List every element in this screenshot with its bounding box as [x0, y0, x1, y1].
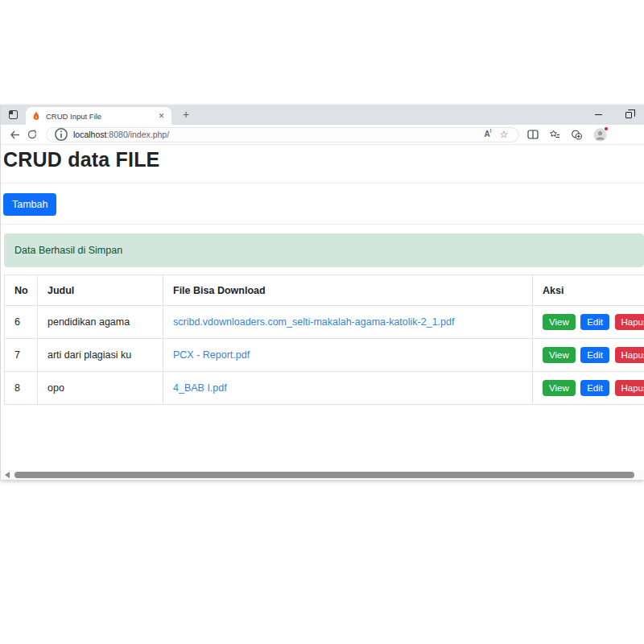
header-judul: Judul: [38, 275, 163, 306]
cell-judul: arti dari plagiasi ku: [38, 339, 163, 372]
add-favorite-button[interactable]: ☆: [496, 127, 512, 142]
tab-actions-icon: [9, 110, 18, 119]
minimize-icon: [595, 114, 602, 115]
browser-essentials-button[interactable]: [571, 130, 583, 140]
browser-essentials-icon: [571, 130, 583, 140]
back-arrow-icon: [10, 130, 20, 139]
tambah-button[interactable]: Tambah: [3, 193, 56, 216]
divider: [1, 224, 644, 225]
browser-tab[interactable]: CRUD Input File ×: [26, 107, 171, 125]
horizontal-scrollbar[interactable]: [1, 470, 644, 480]
address-bar[interactable]: localhost:8080/index.php/ A) ☆: [46, 127, 519, 142]
back-button[interactable]: [6, 126, 23, 142]
site-favicon-icon: [31, 111, 41, 121]
cell-no: 7: [5, 339, 38, 372]
view-button[interactable]: View: [543, 314, 576, 330]
cell-no: 6: [5, 306, 38, 339]
url-text[interactable]: localhost:8080/index.php/: [73, 130, 480, 139]
tab-actions-menu-button[interactable]: [6, 108, 20, 122]
header-file: File Bisa Download: [163, 275, 533, 306]
restore-icon: [625, 112, 632, 118]
window-minimize-button[interactable]: [583, 105, 613, 125]
browser-window: CRUD Input File × + localhost:8080/index…: [0, 105, 644, 480]
success-alert-text: Data Berhasil di Simpan: [14, 245, 122, 256]
refresh-icon: [27, 130, 37, 139]
table-header-row: No Judul File Bisa Download Aksi: [5, 275, 644, 306]
header-aksi: Aksi: [533, 275, 644, 306]
page-content: CRUD data FILE Tambah Data Berhasil di S…: [1, 145, 644, 470]
view-button[interactable]: View: [543, 347, 576, 363]
table-row: 8 opo 4_BAB I.pdf View Edit Hapus: [5, 372, 644, 405]
header-no: No: [5, 275, 38, 306]
toolbar-right-icons: [527, 128, 607, 142]
url-host: localhost: [73, 130, 106, 139]
hapus-button[interactable]: Hapus: [615, 380, 644, 396]
view-button[interactable]: View: [543, 380, 576, 396]
file-download-link[interactable]: 4_BAB I.pdf: [173, 382, 227, 394]
hapus-button[interactable]: Hapus: [615, 347, 644, 363]
notification-dot: [604, 126, 609, 131]
tab-title: CRUD Input File: [46, 112, 157, 121]
refresh-button[interactable]: [23, 126, 41, 142]
tab-close-icon[interactable]: ×: [157, 111, 166, 121]
site-info-icon[interactable]: [53, 127, 69, 142]
tab-strip: CRUD Input File × +: [1, 105, 644, 125]
files-table: No Judul File Bisa Download Aksi 6 pendi…: [4, 275, 644, 405]
split-screen-button[interactable]: [527, 130, 539, 139]
file-download-link[interactable]: scribd.vdownloaders.com_selti-makalah-ag…: [173, 316, 454, 328]
cell-judul: opo: [38, 372, 163, 405]
scroll-left-arrow-icon[interactable]: [5, 472, 10, 478]
edit-button[interactable]: Edit: [580, 347, 609, 363]
table-row: 7 arti dari plagiasi ku PCX - Report.pdf…: [5, 339, 644, 372]
file-download-link[interactable]: PCX - Report.pdf: [173, 349, 250, 361]
divider: [1, 183, 644, 184]
success-alert: Data Berhasil di Simpan: [4, 233, 644, 267]
page-title: CRUD data FILE: [3, 148, 644, 171]
edit-button[interactable]: Edit: [580, 380, 609, 396]
cell-no: 8: [5, 372, 38, 405]
edit-button[interactable]: Edit: [580, 314, 609, 330]
window-controls: [583, 105, 644, 125]
new-tab-button[interactable]: +: [179, 107, 193, 122]
star-icon: ☆: [500, 129, 509, 140]
table-row: 6 pendidikan agama scribd.vdownloaders.c…: [5, 306, 644, 339]
profile-avatar[interactable]: [593, 128, 607, 142]
url-path: :8080/index.php/: [106, 130, 169, 139]
collections-icon: [549, 130, 560, 139]
cell-judul: pendidikan agama: [38, 306, 163, 339]
read-aloud-icon: A): [484, 130, 491, 138]
hapus-button[interactable]: Hapus: [615, 314, 644, 330]
read-aloud-button[interactable]: A): [480, 127, 496, 142]
split-screen-icon: [527, 130, 539, 139]
window-restore-button[interactable]: [613, 105, 644, 125]
collections-button[interactable]: [549, 130, 560, 139]
scrollbar-thumb[interactable]: [14, 472, 634, 478]
browser-toolbar: localhost:8080/index.php/ A) ☆: [1, 125, 644, 145]
